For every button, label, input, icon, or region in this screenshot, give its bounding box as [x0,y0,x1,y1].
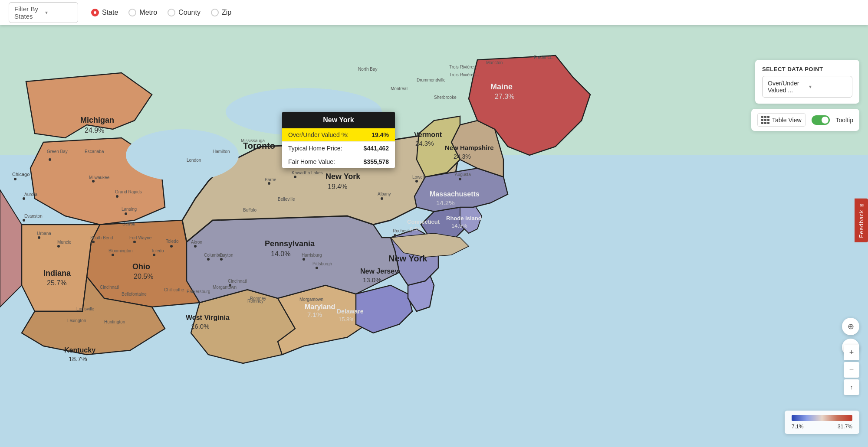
chevron-down-icon: ▾ [45,10,72,16]
tooltip-label-fairvalue: Fair Home Value: [288,158,335,165]
svg-text:Toledo: Toledo [151,248,164,253]
radio-metro[interactable]: Metro [128,9,157,16]
svg-text:Cincinnati: Cincinnati [228,279,247,284]
svg-text:Kawartha Lakes: Kawartha Lakes [292,170,323,175]
tooltip-popup: New York Over/Under Valued %: 19.4% Typi… [282,112,395,168]
radio-state[interactable]: State [91,9,118,16]
table-view-label: Table View [772,117,801,124]
tooltip-label-homeprice: Typical Home Price: [288,145,342,152]
legend-gradient [792,415,852,421]
svg-text:Barrie: Barrie [265,177,276,182]
map-search-button[interactable]: ⊕ [842,318,859,335]
svg-text:New Jersey: New Jersey [360,268,398,275]
svg-point-26 [381,197,383,200]
svg-point-5 [49,158,51,161]
svg-text:Vermont: Vermont [414,131,442,138]
svg-text:Lexington: Lexington [67,318,86,323]
svg-text:Escanaba: Escanaba [85,149,104,154]
svg-text:Cincinnati: Cincinnati [100,285,119,290]
svg-text:Detroit: Detroit [122,222,135,226]
select-data-title: SELECT DATA POINT [762,66,852,72]
zoom-out-button[interactable]: − [844,362,859,378]
filter-label: Filter By States [14,5,42,20]
svg-point-16 [153,254,155,256]
svg-text:Massachusetts: Massachusetts [430,190,480,198]
tooltip-value-overunder: 19.4% [372,131,389,138]
svg-text:Augusta: Augusta [455,172,471,177]
svg-point-24 [302,258,305,261]
tooltip-toggle-label: Tooltip [836,117,853,124]
tooltip-value-fairvalue: $355,578 [364,158,389,165]
tooltip-label-overunder: Over/Under Valued %: [288,131,349,138]
svg-text:Bellefontaine: Bellefontaine [122,292,147,297]
radio-label-state: State [102,9,118,16]
svg-text:Louisville: Louisville [76,307,95,311]
svg-text:Rhode Island: Rhode Island [446,215,482,222]
tooltip-toggle[interactable] [812,115,830,125]
svg-text:Albany: Albany [378,192,391,196]
svg-text:Evanston: Evanston [24,214,43,219]
radio-county[interactable]: County [168,9,201,16]
svg-text:14.2%: 14.2% [436,199,455,206]
svg-text:Lansing: Lansing [122,207,137,212]
svg-text:Chillicothe: Chillicothe [164,287,184,292]
legend-max-label: 31.7% [838,424,852,430]
tooltip-header: New York [282,112,395,128]
zoom-in-button[interactable]: + [844,345,859,360]
svg-text:Indiana: Indiana [43,269,71,277]
svg-text:Pittsburgh: Pittsburgh [312,261,332,266]
svg-text:Trois Rivières...: Trois Rivières... [449,72,479,77]
table-view-button[interactable]: Table View [757,113,805,127]
svg-point-9 [23,197,25,200]
svg-text:London: London [187,158,201,163]
legend-labels: 7.1% 31.7% [792,424,852,430]
svg-text:14.5%: 14.5% [451,222,467,229]
svg-text:Muncie: Muncie [57,240,72,245]
map-svg: Chicago Green Bay Escanaba Milwaukee Gra… [0,25,868,447]
zoom-reset-button[interactable]: ↑ [844,379,859,395]
svg-point-11 [38,236,40,239]
svg-text:Ohio: Ohio [132,262,150,271]
svg-text:16.0%: 16.0% [191,323,210,330]
svg-text:Trois Rivières: Trois Rivières [449,65,476,69]
svg-text:Kentucky: Kentucky [64,346,95,354]
svg-text:Toronto: Toronto [243,141,275,150]
svg-text:24.3%: 24.3% [415,140,434,147]
svg-point-28 [394,234,396,237]
filter-states-dropdown[interactable]: Filter By States ▾ [9,2,78,23]
legend-min-label: 7.1% [792,424,803,430]
svg-text:Michigan: Michigan [80,116,114,124]
svg-text:New York: New York [326,172,361,181]
svg-text:7.1%: 7.1% [307,311,322,318]
feedback-icon: ✉ [860,203,864,208]
svg-point-14 [112,254,114,256]
svg-text:Connecticut: Connecticut [407,219,440,225]
svg-text:8.5%: 8.5% [410,226,423,232]
svg-point-10 [23,219,25,222]
select-data-dropdown[interactable]: Over/Under Valued ... ▾ [762,76,852,98]
svg-text:Drummondville: Drummondville [417,78,446,82]
map-container[interactable]: Chicago Green Bay Escanaba Milwaukee Gra… [0,25,868,447]
svg-text:Belleville: Belleville [278,197,295,202]
tooltip-value-homeprice: $441,462 [364,145,389,152]
svg-point-19 [207,258,210,261]
radio-circle-zip [211,9,219,16]
svg-text:South Bend: South Bend [90,235,113,240]
svg-text:Moncton: Moncton [486,60,503,65]
radio-zip[interactable]: Zip [211,9,231,16]
svg-text:15.8%: 15.8% [339,316,355,323]
svg-text:Morgantown: Morgantown [299,297,323,302]
svg-text:Green Bay: Green Bay [47,149,68,154]
feedback-wrapper: Feedback ✉ [855,199,868,242]
svg-point-4 [14,178,16,180]
radio-circle-metro [128,9,136,16]
svg-text:Parkersburg: Parkersburg [187,289,210,294]
right-panel: SELECT DATA POINT Over/Under Valued ... … [751,60,859,131]
chevron-down-icon: ▾ [809,84,847,90]
svg-point-29 [459,178,461,180]
svg-text:24.9%: 24.9% [85,127,104,134]
feedback-tab[interactable]: Feedback ✉ [855,199,868,242]
svg-text:Toledo: Toledo [166,239,179,244]
svg-text:Akron: Akron [191,240,202,245]
svg-text:27.3%: 27.3% [495,93,514,100]
